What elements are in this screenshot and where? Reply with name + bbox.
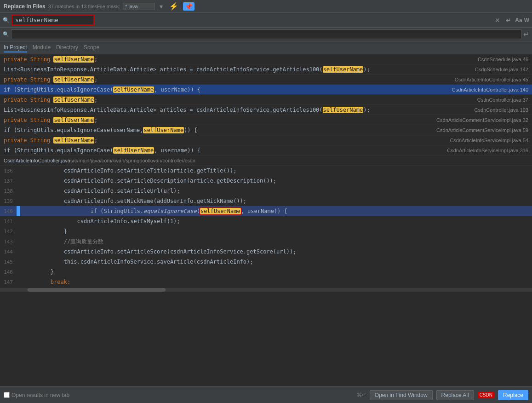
line-content: //查询质量分数	[20, 238, 532, 246]
open-results-label: Open results in new tab	[11, 392, 69, 398]
panel-title: Replace in Files	[4, 3, 46, 10]
line-content: }	[20, 269, 532, 275]
highlight-match: selfUserName	[53, 137, 94, 144]
csdn-badge: CSDN	[478, 392, 494, 398]
highlight-match: selfUserName	[113, 86, 154, 93]
code-text: if (StringUtils.equalsIgnoreCase(	[4, 86, 113, 93]
line-content: break:	[20, 279, 532, 285]
code-line-136: 136 csdnArticleInfo.setArticleTitle(arti…	[0, 166, 532, 176]
code-line-141: 141 csdnArticleInfo.setIsMyself(1);	[0, 216, 532, 226]
code-text: )) {	[184, 127, 197, 133]
code-text: ;	[94, 56, 97, 63]
code-line-147: 147 break:	[0, 277, 532, 287]
horizontal-scrollbar[interactable]	[0, 288, 532, 292]
highlight-match: selfUserName	[53, 76, 94, 83]
tab-in-project[interactable]: In Project	[4, 43, 27, 52]
code-text: , userName)) {	[154, 86, 200, 93]
code-text: private String	[4, 56, 53, 63]
result-row[interactable]: private String selfUserName; CsdnSchedul…	[0, 54, 532, 64]
result-row[interactable]: if (StringUtils.equalsIgnoreCase(userNam…	[0, 125, 532, 135]
active-line-indicator	[17, 206, 20, 216]
tab-module[interactable]: Module	[33, 43, 51, 52]
scope-tabs: In Project Module Directory Scope	[0, 41, 532, 54]
highlight-match: selfUserName	[53, 97, 94, 103]
code-line-138: 138 csdnArticleInfo.setArticleUrl(url);	[0, 186, 532, 196]
replace-search-icon: 🔍	[3, 31, 9, 37]
result-file: CsdnController.java 37	[477, 97, 528, 103]
line-content: csdnArticleInfo.setIsMyself(1);	[20, 218, 532, 225]
result-file-selected: CsdnArticleInfoController.java 140	[452, 87, 528, 92]
code-line-137: 137 csdnArticleInfo.setArticleDescriptio…	[0, 176, 532, 186]
close-search-btn[interactable]: ✕	[493, 16, 502, 25]
code-line-146: 146 }	[0, 267, 532, 277]
result-file: CsdnArticleInfoServiceImpl.java 316	[447, 148, 528, 153]
result-row[interactable]: private String selfUserName; CsdnArticle…	[0, 75, 532, 85]
active-highlight: selfUserName	[200, 208, 241, 214]
file-path-row: CsdnArticleInfoController.java src/main/…	[0, 155, 532, 166]
match-count: 37 matches in 13 files	[48, 4, 97, 9]
result-file: CsdnArticleInfoController.java 45	[455, 77, 528, 82]
replace-input[interactable]	[11, 29, 521, 39]
highlight-match: selfUserName	[53, 56, 94, 63]
search-input[interactable]	[11, 15, 94, 25]
line-content: csdnArticleInfo.setArticleDescription(ar…	[20, 178, 532, 184]
result-row[interactable]: List<BusinessInfoResponse.ArticleData.Ar…	[0, 64, 532, 75]
code-text: if (StringUtils.equalsIgnoreCase(userNam…	[4, 127, 143, 133]
open-results-checkbox[interactable]: Open results in new tab	[4, 392, 69, 398]
code-text: List<BusinessInfoResponse.ArticleData.Ar…	[4, 107, 323, 113]
header-bar: Replace in Files 37 matches in 13 files …	[0, 0, 532, 13]
result-row[interactable]: if (StringUtils.equalsIgnoreCase(selfUse…	[0, 145, 532, 155]
file-path-text: src/main/java/com/kwan/springbootkwan/co…	[70, 158, 195, 163]
code-text: private String	[4, 76, 53, 83]
whole-word-btn[interactable]: W	[524, 17, 529, 23]
highlight-match: selfUserName	[113, 147, 154, 154]
line-content: }	[20, 228, 532, 235]
code-text: ;	[94, 137, 97, 144]
result-row[interactable]: List<BusinessInfoResponse.ArticleData.Ar…	[0, 105, 532, 115]
code-text: private String	[4, 137, 53, 144]
highlight-match: selfUserName	[323, 107, 364, 113]
replace-enter-btn[interactable]: ↵	[523, 30, 529, 39]
replace-btn[interactable]: Replace	[498, 390, 528, 400]
result-file: CsdnArticleInfoServiceImpl.java 54	[450, 138, 528, 143]
bottom-toolbar: Open results in new tab ⌘↵ Open in Find …	[0, 386, 532, 403]
code-text: , username)) {	[154, 147, 200, 154]
code-text: private String	[4, 117, 53, 123]
search-row: 🔍 ✕ ↵ Aa W	[0, 13, 532, 28]
code-text: ;	[94, 76, 97, 83]
highlight-match: selfUserName	[323, 66, 364, 73]
result-file: CsdnSchedule.java 142	[475, 67, 528, 72]
result-file: CsdnArticleCommentServiceImpl.java 59	[436, 127, 528, 133]
code-text: private String	[4, 97, 53, 103]
result-row[interactable]: private String selfUserName; CsdnArticle…	[0, 135, 532, 145]
tab-scope[interactable]: Scope	[84, 43, 99, 52]
code-text: ;	[94, 97, 97, 103]
tab-directory[interactable]: Directory	[56, 43, 78, 52]
code-text: );	[363, 66, 370, 73]
result-row[interactable]: private String selfUserName; CsdnArticle…	[0, 115, 532, 125]
replace-row: 🔍 ↵	[0, 28, 532, 41]
results-area[interactable]: private String selfUserName; CsdnSchedul…	[0, 54, 532, 370]
shortcut-label: ⌘↵	[357, 392, 366, 398]
code-viewer: 136 csdnArticleInfo.setArticleTitle(arti…	[0, 166, 532, 287]
search-icon: 🔍	[3, 17, 10, 23]
result-row[interactable]: private String selfUserName; CsdnControl…	[0, 95, 532, 105]
filter-btn[interactable]: ⚡	[167, 1, 180, 12]
replace-all-btn[interactable]: Replace All	[436, 390, 474, 400]
file-mask-input[interactable]	[123, 3, 155, 10]
line-content: this.csdnArticleInfoService.saveArticle(…	[20, 259, 532, 265]
code-line-145: 145 this.csdnArticleInfoService.saveArti…	[0, 257, 532, 267]
code-line-142: 142 }	[0, 226, 532, 236]
enter-btn[interactable]: ↵	[504, 16, 513, 25]
dropdown-btn[interactable]: ▾	[158, 2, 165, 11]
result-row-selected[interactable]: if (StringUtils.equalsIgnoreCase(selfUse…	[0, 85, 532, 95]
pin-btn[interactable]: 📌	[183, 2, 194, 11]
code-line-143: 143 //查询质量分数	[0, 236, 532, 247]
result-file: CsdnArticleCommentServiceImpl.java 32	[436, 117, 528, 123]
line-content: csdnArticleInfo.setArticleUrl(url);	[20, 188, 532, 194]
code-line-144: 144 csdnArticleInfo.setArticleScore(csdn…	[0, 247, 532, 257]
open-results-checkbox-input[interactable]	[4, 392, 10, 398]
code-text: List<BusinessInfoResponse.ArticleData.Ar…	[4, 66, 323, 73]
open-find-window-btn[interactable]: Open in Find Window	[370, 390, 433, 400]
match-case-btn[interactable]: Aa	[515, 17, 522, 23]
